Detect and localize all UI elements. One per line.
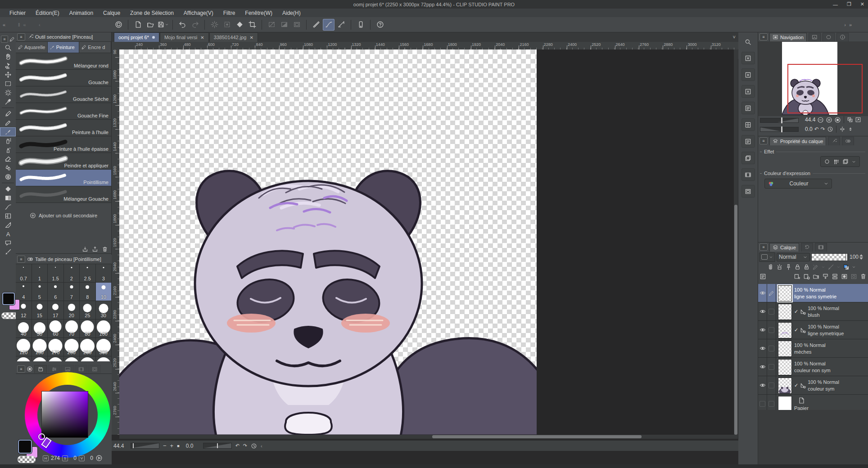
- enable-onion-skin-icon[interactable]: [776, 264, 783, 270]
- layer-select-checkbox[interactable]: [769, 364, 774, 370]
- palette-dock-palette-grid-6[interactable]: [741, 118, 755, 131]
- tool-eyedropper[interactable]: [0, 97, 16, 106]
- menu-item-8[interactable]: Fenêtre(W): [240, 10, 277, 16]
- layer-row-3[interactable]: ✓100 % Normalligne symetrique: [758, 321, 868, 339]
- subtool-item-4[interactable]: Gouache Fine: [16, 103, 111, 120]
- nav-flip-vertical-icon[interactable]: [847, 126, 854, 132]
- tool-balloon[interactable]: [0, 238, 16, 248]
- layer-row-5[interactable]: 100 % Normalcouleur non sym: [758, 358, 868, 376]
- brush-size-50[interactable]: 50: [32, 320, 48, 338]
- menu-item-3[interactable]: Animation: [64, 10, 98, 16]
- lock-transparent-pixels-icon[interactable]: [803, 264, 810, 270]
- tool-wand[interactable]: [0, 88, 16, 97]
- brush-size-40[interactable]: 40: [16, 320, 32, 338]
- tool-magnifier[interactable]: [0, 43, 16, 52]
- tool-fill-diamond[interactable]: [0, 184, 16, 194]
- tab-timeline[interactable]: [815, 243, 827, 252]
- layer-visibility-icon[interactable]: [760, 345, 766, 351]
- layers-menu-icon[interactable]: ≡: [760, 243, 768, 251]
- brush-size-30[interactable]: 30: [96, 301, 112, 320]
- layer-visibility-icon[interactable]: [760, 308, 766, 315]
- palette-dock-frame-ic-10[interactable]: [741, 185, 755, 198]
- select-inv-button[interactable]: [278, 19, 290, 31]
- tab-subview[interactable]: [809, 33, 821, 41]
- layer-select-checkbox[interactable]: [769, 401, 774, 407]
- saturation-value-square[interactable]: [41, 391, 88, 438]
- layer-thumbnail[interactable]: [778, 359, 792, 375]
- transparent-color-swatch-2[interactable]: [18, 456, 36, 463]
- select-off-button[interactable]: [266, 19, 277, 31]
- close-tab-icon[interactable]: ✕: [200, 35, 204, 40]
- brush-size-4[interactable]: 4: [16, 283, 32, 301]
- snap-ruler-button[interactable]: [310, 19, 322, 31]
- rotate-ccw-icon[interactable]: ↶: [235, 443, 240, 449]
- save-button[interactable]: [157, 19, 169, 31]
- border-effect-icon[interactable]: [824, 158, 830, 165]
- set-as-draft-icon[interactable]: [812, 264, 819, 270]
- brush-size-2[interactable]: 2: [64, 264, 80, 283]
- new-folder-icon[interactable]: [813, 273, 819, 280]
- palette-color-combo[interactable]: [759, 252, 775, 262]
- color-tab-sliders[interactable]: [48, 365, 60, 373]
- effect-chevron-icon[interactable]: [851, 159, 856, 164]
- subtool-item-8[interactable]: Pointillisme: [16, 170, 111, 186]
- sv-knob[interactable]: [38, 433, 45, 440]
- tab-layer-property[interactable]: Propriété du calque: [769, 137, 826, 145]
- tool-gradient[interactable]: [0, 194, 16, 202]
- csp-logo-button[interactable]: [113, 19, 124, 31]
- tool-marquee[interactable]: [0, 79, 16, 88]
- zoom-out-icon[interactable]: −: [163, 442, 167, 449]
- tab-list-chevron-icon[interactable]: ˅: [733, 34, 736, 40]
- navigation-menu-icon[interactable]: ≡: [760, 33, 768, 40]
- menu-item-4[interactable]: Calque: [98, 10, 125, 16]
- new-raster-layer-icon[interactable]: [794, 273, 800, 280]
- tool-operate[interactable]: [0, 61, 16, 70]
- tab-navigation[interactable]: Navigation: [769, 33, 807, 41]
- layer-visibility-icon[interactable]: [760, 382, 766, 388]
- nav-rotate-cw-icon[interactable]: ↷: [821, 126, 825, 132]
- document-tab-1[interactable]: oomj projet 6*: [114, 32, 159, 42]
- subtool-item-1[interactable]: Mélangeur rond: [16, 53, 111, 70]
- subtool-tab-3[interactable]: Encre d: [79, 42, 111, 53]
- brush-size-200[interactable]: 200: [64, 338, 80, 356]
- nav-zoom-out-icon[interactable]: [817, 117, 824, 123]
- tab-information[interactable]: [836, 33, 849, 41]
- brush-size-menu-icon[interactable]: ≡: [17, 256, 25, 263]
- subtool-item-9[interactable]: Mélangeur Gouache: [16, 186, 111, 203]
- nav-fullscreen-icon[interactable]: [847, 117, 853, 123]
- close-tab-icon[interactable]: ✕: [249, 35, 253, 40]
- zoom-slider[interactable]: [131, 443, 159, 449]
- help-button[interactable]: [374, 19, 386, 31]
- brush-size-cell[interactable]: [64, 356, 80, 361]
- layer-opacity-slider[interactable]: [811, 253, 848, 261]
- vertical-scrollbar[interactable]: [734, 50, 738, 439]
- lock-layer-icon[interactable]: [794, 264, 801, 270]
- tool-eraser[interactable]: [0, 154, 16, 163]
- brush-size-120[interactable]: 120: [16, 338, 32, 356]
- brush-size-60[interactable]: 60: [48, 320, 64, 338]
- tab-brush-shape[interactable]: [842, 137, 854, 145]
- expression-color-dropdown[interactable]: Couleur: [764, 179, 832, 189]
- palette-dock-panel-x-3[interactable]: [741, 68, 755, 81]
- color-tab-frame-ic[interactable]: [88, 365, 101, 373]
- foreground-color-swatch-2[interactable]: [18, 440, 32, 454]
- layer-row-2[interactable]: ✓100 % Normalblush: [758, 302, 868, 321]
- tab-item-bank[interactable]: [823, 33, 835, 41]
- subtool-item-6[interactable]: Peinture à l'huile épaisse: [16, 136, 111, 153]
- canvas-document[interactable]: [119, 50, 537, 435]
- collapse-left-icon[interactable]: «: [3, 22, 6, 27]
- crop-button[interactable]: [246, 19, 258, 31]
- maximize-icon[interactable]: ❐: [847, 1, 851, 7]
- brush-size-5[interactable]: 5: [32, 283, 48, 301]
- create-mask-icon[interactable]: [841, 273, 848, 280]
- nav-flip-horizontal-icon[interactable]: [839, 126, 845, 132]
- pin-layer-icon[interactable]: [785, 264, 792, 270]
- palette-dock-palette-list-7[interactable]: [741, 135, 755, 148]
- layer-visibility-checkbox[interactable]: [760, 401, 765, 407]
- brush-size-80[interactable]: 80: [80, 320, 96, 338]
- brush-size-cell[interactable]: [80, 356, 96, 361]
- layer-reflect-icon[interactable]: [842, 158, 849, 165]
- tool-curve[interactable]: [0, 202, 16, 212]
- blend-mode-dropdown[interactable]: Normal: [777, 253, 810, 261]
- subtool-item-2[interactable]: Gouache: [16, 70, 111, 86]
